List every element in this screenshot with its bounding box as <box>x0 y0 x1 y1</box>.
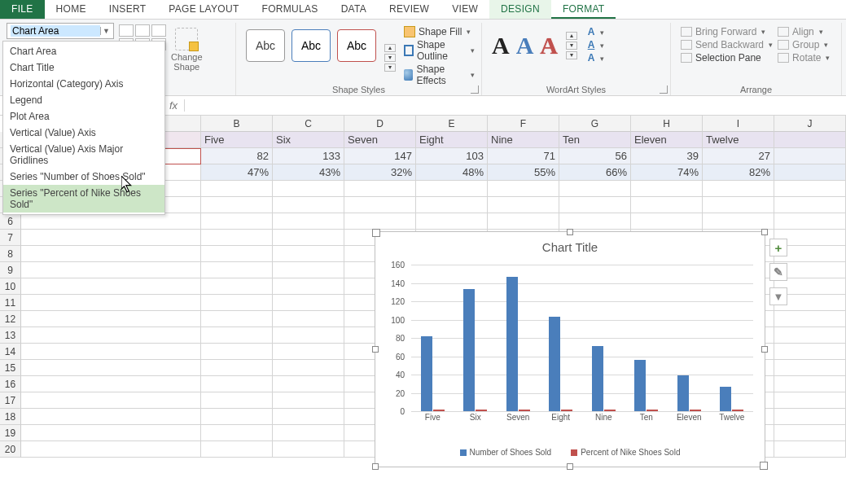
cell[interactable] <box>774 344 846 360</box>
tab-formulas[interactable]: FORMULAS <box>251 0 330 19</box>
cell[interactable] <box>201 295 273 311</box>
cell[interactable] <box>21 409 201 425</box>
cell[interactable] <box>273 311 344 327</box>
cell[interactable] <box>344 181 416 197</box>
cell[interactable] <box>416 213 488 230</box>
resize-handle[interactable] <box>372 463 379 470</box>
cell[interactable] <box>703 181 774 197</box>
cell[interactable] <box>631 197 703 213</box>
tab-data[interactable]: DATA <box>330 0 378 19</box>
bar-series-1[interactable] <box>421 336 432 411</box>
cell[interactable] <box>774 311 846 327</box>
resize-handle[interactable] <box>567 229 573 235</box>
cell[interactable] <box>774 441 846 458</box>
tab-view[interactable]: VIEW <box>441 0 489 19</box>
row-header[interactable]: 11 <box>0 295 21 311</box>
bar-series-2[interactable] <box>476 410 487 411</box>
cell[interactable] <box>273 409 344 425</box>
cell[interactable] <box>416 181 488 197</box>
cell[interactable] <box>273 246 344 262</box>
cell[interactable] <box>201 278 273 295</box>
row-header[interactable]: 19 <box>0 425 21 441</box>
shape-style-preset-1[interactable]: Abc <box>246 29 285 62</box>
row-header[interactable]: 15 <box>0 360 21 376</box>
cell[interactable] <box>201 262 273 278</box>
shape-effects-button[interactable]: Shape Effects▾ <box>404 64 475 86</box>
cell[interactable] <box>774 197 846 213</box>
bar-group[interactable] <box>454 265 498 411</box>
bar-series-2[interactable] <box>433 410 445 411</box>
dropdown-item[interactable]: Series "Number of Shoes Sold" <box>3 169 164 185</box>
cell[interactable] <box>559 213 631 230</box>
col-header[interactable]: I <box>703 116 774 132</box>
tab-insert[interactable]: INSERT <box>98 0 158 19</box>
dropdown-item[interactable]: Chart Title <box>3 59 164 76</box>
cell[interactable] <box>273 197 344 213</box>
cell[interactable] <box>21 246 201 262</box>
chart-styles-button[interactable]: ✎ <box>769 263 787 281</box>
row-header[interactable]: 14 <box>0 344 21 360</box>
bar-series-1[interactable] <box>720 387 731 411</box>
cell[interactable] <box>273 327 344 344</box>
cell[interactable]: 56 <box>559 148 631 164</box>
dropdown-item[interactable]: Legend <box>3 92 164 108</box>
shape-style-preset-2[interactable]: Abc <box>291 29 331 62</box>
text-effects-button[interactable]: A▾ <box>584 52 604 64</box>
align-button[interactable]: Align▾ <box>778 26 830 37</box>
row-header[interactable]: 17 <box>0 392 21 409</box>
tab-home[interactable]: HOME <box>45 0 98 19</box>
cell[interactable] <box>273 278 344 295</box>
bar-group[interactable] <box>582 265 625 411</box>
cell[interactable]: Five <box>201 132 273 148</box>
cell[interactable]: 55% <box>488 164 559 181</box>
bar-series-1[interactable] <box>634 360 646 411</box>
dropdown-item[interactable]: Series "Percent of Nike Shoes Sold" <box>3 185 164 213</box>
cell[interactable] <box>774 425 846 441</box>
bar-group[interactable] <box>711 265 754 411</box>
col-header[interactable]: G <box>559 116 631 132</box>
cell[interactable] <box>21 327 201 344</box>
row-header[interactable]: 7 <box>0 230 21 246</box>
dropdown-item[interactable]: Horizontal (Category) Axis <box>3 76 164 92</box>
bar-series-2[interactable] <box>519 410 530 411</box>
cell[interactable] <box>201 311 273 327</box>
cell[interactable]: 147 <box>344 148 416 164</box>
cell[interactable] <box>774 213 846 230</box>
cell[interactable] <box>344 197 416 213</box>
change-shape-button[interactable]: Change Shape <box>171 23 203 72</box>
cell[interactable] <box>774 164 846 181</box>
cell[interactable] <box>416 197 488 213</box>
chart-element-picker[interactable]: Chart Area ▼ <box>7 23 114 39</box>
chart-legend[interactable]: Number of Shoes Sold Percent of Nike Sho… <box>375 448 765 457</box>
group-button[interactable]: Group▾ <box>778 39 830 50</box>
cell[interactable] <box>21 213 201 230</box>
cell[interactable] <box>774 392 846 409</box>
cell[interactable]: 32% <box>344 164 416 181</box>
cell[interactable]: 39 <box>631 148 703 164</box>
dropdown-item[interactable]: Plot Area <box>3 108 164 125</box>
dropdown-item[interactable]: Vertical (Value) Axis Major Gridlines <box>3 141 164 169</box>
rotate-button[interactable]: Rotate▾ <box>778 52 830 64</box>
cell[interactable] <box>488 181 559 197</box>
y-axis[interactable]: 020406080100120140160 <box>375 265 408 411</box>
cell[interactable] <box>273 392 344 409</box>
col-header[interactable]: F <box>488 116 559 132</box>
cell[interactable] <box>21 295 201 311</box>
col-header[interactable]: D <box>344 116 416 132</box>
cell[interactable]: Eleven <box>631 132 703 148</box>
cell[interactable] <box>774 327 846 344</box>
bar-series-1[interactable] <box>506 277 518 411</box>
cell[interactable] <box>488 197 559 213</box>
col-header[interactable]: C <box>273 116 344 132</box>
cell[interactable] <box>774 376 846 392</box>
shape-style-more[interactable]: ▴▾▾ <box>384 29 396 86</box>
cell[interactable] <box>21 311 201 327</box>
cell[interactable] <box>631 213 703 230</box>
legend-entry[interactable]: Number of Shoes Sold <box>460 448 552 457</box>
tab-format[interactable]: FORMAT <box>551 0 616 19</box>
cell[interactable] <box>201 392 273 409</box>
row-header[interactable]: 9 <box>0 262 21 278</box>
tab-design[interactable]: DESIGN <box>489 0 551 19</box>
cell[interactable] <box>21 425 201 441</box>
cell[interactable] <box>774 360 846 376</box>
